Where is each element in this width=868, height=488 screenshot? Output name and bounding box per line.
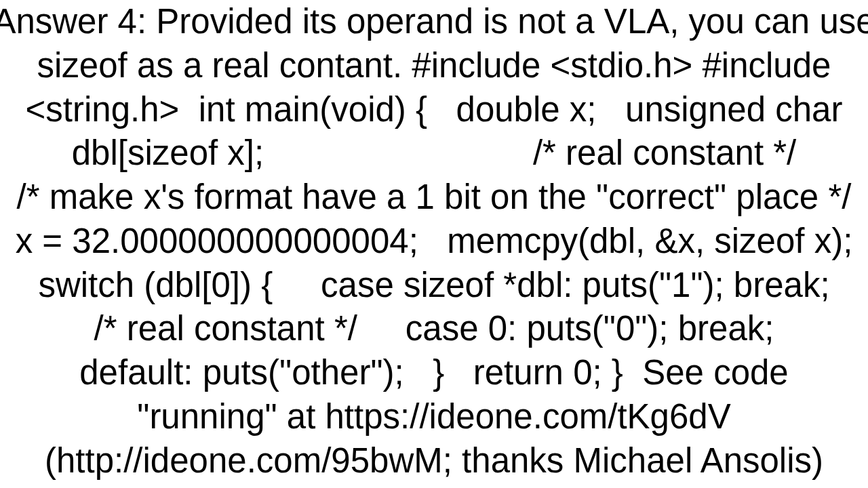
answer-text-block: Answer 4: Provided its operand is not a …: [0, 0, 868, 483]
